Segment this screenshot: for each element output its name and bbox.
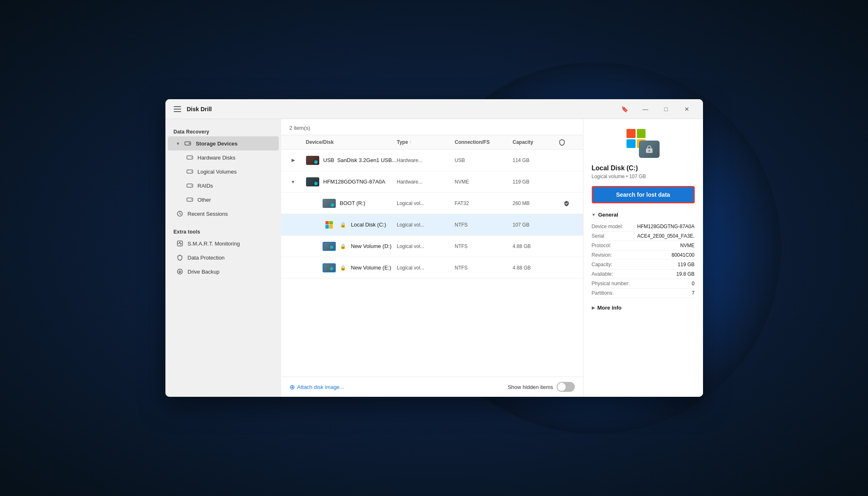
device-cell: USB SanDisk 3.2Gen1 USB...	[306, 156, 397, 165]
disk-icon-group	[626, 129, 660, 158]
volume-d-icon	[323, 242, 336, 251]
device-name: New Volume (D:)	[351, 243, 392, 249]
sidebar-item-raids[interactable]: RAIDs	[168, 179, 279, 193]
app-title: Disk Drill	[187, 106, 212, 112]
maximize-button[interactable]: □	[657, 103, 676, 116]
device-name: Local Disk (C:)	[351, 222, 386, 228]
col-header-shield	[558, 138, 575, 146]
svg-point-3	[191, 157, 192, 158]
capacity-cell: 4.88 GB	[513, 243, 558, 249]
search-for-lost-data-button[interactable]: Search for lost data	[592, 186, 695, 203]
sidebar-item-drive-backup[interactable]: Drive Backup	[168, 265, 279, 279]
show-hidden-toggle[interactable]	[557, 382, 575, 392]
chevron-down-icon: ▼	[176, 141, 180, 146]
info-value-protocol: NVME	[680, 243, 695, 248]
right-panel-subtitle: Logical volume • 107 GB	[592, 174, 695, 179]
more-info-row[interactable]: ▶ More info	[592, 305, 695, 311]
expand-button[interactable]: ▼	[289, 178, 297, 186]
type-cell: Logical vol...	[397, 200, 455, 206]
table-row[interactable]: ▶ USB SanDisk 3.2Gen1 USB... Hardware...…	[281, 150, 583, 171]
logical-volumes-text: Logical Volumes	[198, 169, 237, 175]
table-row[interactable]: 🔒 New Volume (D:) Logical vol... NTFS 4.…	[281, 236, 583, 257]
close-button[interactable]: ✕	[677, 103, 696, 116]
connection-cell: NTFS	[455, 243, 513, 249]
info-value-physical-number: 0	[692, 281, 695, 286]
general-section-header[interactable]: ▼ General	[592, 212, 695, 218]
sidebar-item-storage-devices[interactable]: ▼ Storage Devices	[168, 136, 279, 150]
right-panel-title: Local Disk (C:)	[592, 165, 695, 172]
info-label-capacity: Capacity:	[592, 262, 612, 267]
info-row-available: Available: 19.8 GB	[592, 269, 695, 279]
col-header-connection[interactable]: Connection/FS	[455, 138, 513, 146]
content-area: Data Recovery ▼ Storage Devices	[165, 119, 703, 397]
info-label-available: Available:	[592, 271, 613, 277]
sidebar-item-smart-monitoring[interactable]: S.M.A.R.T. Monitoring	[168, 236, 279, 250]
bookmark-button[interactable]: 🔖	[615, 103, 634, 116]
info-label-serial: Serial	[592, 233, 605, 239]
app-window: Disk Drill 🔖 — □ ✕ Data Recovery ▼ Stora	[165, 99, 703, 397]
usb-drive-icon	[306, 156, 319, 165]
info-value-available: 19.8 GB	[676, 271, 694, 277]
svg-point-9	[191, 199, 192, 200]
sidebar-item-data-protection[interactable]: Data Protection	[168, 250, 279, 265]
table-body: ▶ USB SanDisk 3.2Gen1 USB... Hardware...…	[281, 150, 583, 377]
device-cell: BOOT (R:)	[323, 199, 397, 208]
info-row-physical-number: Physical number: 0	[592, 279, 695, 289]
smart-monitoring-icon	[176, 240, 184, 247]
data-protection-text: Data Protection	[188, 255, 225, 261]
main-header: 2 item(s)	[281, 119, 583, 135]
sidebar: Data Recovery ▼ Storage Devices	[165, 119, 281, 397]
info-label-protocol: Protocol:	[592, 243, 611, 248]
table-row[interactable]: BOOT (R:) Logical vol... FAT32 260 MB	[281, 193, 583, 214]
table-row[interactable]: ▼ HFM128GDGTNG-87A0A Hardware... NVME 11…	[281, 171, 583, 193]
svg-point-1	[189, 143, 190, 144]
info-row-capacity: Capacity: 119 GB	[592, 260, 695, 269]
sidebar-item-hardware-disks[interactable]: Hardware Disks	[168, 150, 279, 165]
sidebar-item-other[interactable]: Other	[168, 193, 279, 207]
drive-backup-icon	[176, 268, 184, 275]
hamburger-menu-icon[interactable]	[172, 105, 183, 114]
title-bar-actions: 🔖 — □ ✕	[615, 103, 696, 116]
type-cell: Logical vol...	[397, 243, 455, 249]
toggle-knob	[557, 383, 566, 391]
sidebar-item-logical-volumes[interactable]: Logical Volumes	[168, 165, 279, 179]
table-row[interactable]: 🔒 New Volume (E:) Logical vol... NTFS 4.…	[281, 257, 583, 279]
attach-disk-button[interactable]: ⊕ Attach disk image...	[289, 383, 344, 391]
info-value-capacity: 119 GB	[678, 262, 695, 267]
lock-icon: 🔒	[340, 243, 346, 249]
info-value-revision: 80041C00	[672, 252, 694, 258]
info-label-revision: Revision:	[592, 252, 612, 258]
col-header-expand	[289, 138, 306, 146]
boot-drive-icon	[323, 199, 336, 208]
more-info-label: More info	[598, 305, 622, 311]
main-panel: 2 item(s) Device/Disk Type ↑ Connection/…	[281, 119, 583, 397]
col-header-type[interactable]: Type ↑	[397, 138, 455, 146]
general-section: ▼ General Device model: HFM128GDGTNG-87A…	[592, 212, 695, 298]
right-panel-icon-area	[592, 129, 695, 158]
logical-volumes-icon	[186, 168, 194, 175]
extra-tools-label: Extra tools	[165, 226, 281, 236]
type-cell: Logical vol...	[397, 265, 455, 271]
hardware-disks-text: Hardware Disks	[198, 155, 236, 161]
info-row-serial: Serial ACE4_2E00_0504_FA3E.	[592, 231, 695, 241]
capacity-cell: 119 GB	[513, 179, 558, 185]
recent-sessions-text: Recent Sessions	[188, 211, 228, 217]
general-chevron-icon: ▼	[592, 212, 596, 217]
bottom-bar: ⊕ Attach disk image... Show hidden items	[281, 377, 583, 397]
connection-cell: USB	[455, 157, 513, 163]
raids-text: RAIDs	[198, 183, 213, 189]
more-info-chevron-icon: ▶	[592, 305, 595, 310]
table-row-selected[interactable]: 🔒 Local Disk (C:) Logical vol... NTFS 10…	[281, 214, 583, 236]
hardware-disks-icon	[186, 154, 194, 161]
col-header-device[interactable]: Device/Disk	[306, 138, 397, 146]
raids-icon	[186, 182, 194, 189]
col-header-capacity[interactable]: Capacity	[513, 138, 558, 146]
type-cell: Hardware...	[397, 157, 455, 163]
expand-button[interactable]: ▶	[289, 157, 297, 164]
info-label-partitions: Partitions:	[592, 290, 614, 296]
minimize-button[interactable]: —	[636, 103, 655, 116]
sidebar-item-recent-sessions[interactable]: Recent Sessions	[168, 207, 279, 221]
drive-backup-text: Drive Backup	[188, 269, 220, 275]
info-value-serial: ACE4_2E00_0504_FA3E.	[637, 233, 695, 239]
connection-cell: NTFS	[455, 222, 513, 228]
